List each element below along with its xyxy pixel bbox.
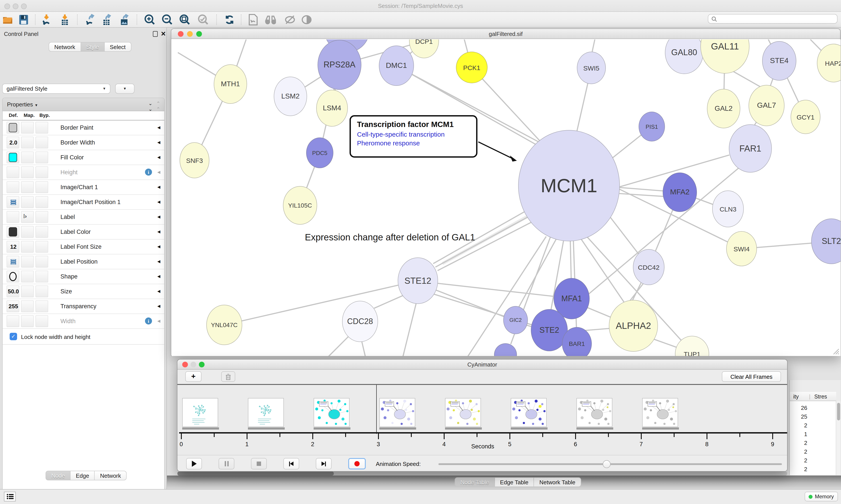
hide-details-icon[interactable]	[284, 14, 296, 26]
expand-all-icon[interactable]: ⌄⌄	[148, 101, 152, 112]
cyanimator-titlebar[interactable]: CyAnimator	[177, 360, 787, 370]
table-hscrollbar[interactable]	[177, 472, 787, 475]
properties-header[interactable]: Properties ▼ ⌄⌄ ⌃⌃	[3, 98, 164, 111]
property-row-width[interactable]: Widthi◀	[3, 314, 164, 329]
table-cell[interactable]: 26	[790, 404, 807, 411]
table-cell[interactable]: 2	[790, 439, 807, 446]
keyframe-thumbnail-5[interactable]	[511, 398, 547, 427]
style-options-button[interactable]: ▼	[115, 84, 135, 94]
keyframe-thumbnail-6[interactable]	[576, 398, 612, 427]
network-node-HAP2[interactable]: HAP2	[817, 44, 841, 82]
network-node-TUP1[interactable]: TUP1	[675, 336, 709, 356]
skip-end-button[interactable]	[316, 458, 332, 469]
play-button[interactable]	[186, 458, 202, 469]
timeline-playhead[interactable]	[376, 385, 377, 434]
network-node-SNF3[interactable]: SNF3	[180, 142, 209, 178]
network-node-STE12[interactable]: STE12	[398, 257, 438, 304]
clear-all-frames-button[interactable]: Clear All Frames	[722, 371, 781, 382]
network-node-YIL105C[interactable]: YIL105C	[283, 186, 317, 224]
tab-style[interactable]: Style	[80, 42, 104, 52]
tab-network[interactable]: Network	[49, 42, 80, 52]
network-node-SWI4[interactable]: SWI4	[726, 231, 757, 266]
property-row-label-color[interactable]: Label Color◀	[3, 224, 164, 239]
network-node-MFA2[interactable]: MFA2	[663, 173, 697, 212]
task-history-button[interactable]	[4, 492, 16, 501]
property-row-border-width[interactable]: 2.0Border Width◀	[3, 135, 164, 150]
table-cell[interactable]: 25	[790, 413, 807, 420]
network-node-GAL80[interactable]: GAL80	[665, 39, 703, 74]
network-node-MTH1[interactable]: MTH1	[214, 65, 247, 104]
property-row-fill-color[interactable]: Fill Color◀	[3, 150, 164, 165]
save-session-icon[interactable]	[18, 14, 30, 26]
tab-network[interactable]: Network	[94, 471, 127, 480]
property-row-border-paint[interactable]: Border Paint◀	[3, 121, 164, 135]
property-row-size[interactable]: 50.0Size◀	[3, 284, 164, 299]
import-table-icon[interactable]	[59, 14, 71, 26]
resize-grip-icon[interactable]	[832, 348, 839, 355]
network-node-partial[interactable]	[494, 343, 517, 356]
table-cell[interactable]: 2	[790, 457, 807, 464]
network-node-GCY1[interactable]: GCY1	[791, 100, 820, 134]
pause-button[interactable]	[219, 458, 234, 469]
collapse-all-icon[interactable]: ⌃⌃	[156, 101, 160, 112]
network-node-GAL11[interactable]: GAL11	[700, 39, 749, 74]
network-node-LSM4[interactable]: LSM4	[316, 90, 348, 127]
tab-node[interactable]: Node	[46, 471, 70, 480]
zoom-out-icon[interactable]	[161, 14, 174, 26]
network-node-LSM2[interactable]: LSM2	[274, 77, 307, 116]
network-file-icon[interactable]	[247, 14, 259, 26]
refresh-icon[interactable]	[223, 14, 236, 26]
network-node-CDC42[interactable]: CDC42	[633, 249, 664, 285]
export-network-icon[interactable]	[84, 14, 96, 26]
network-node-YNL047C[interactable]: YNL047C	[206, 305, 242, 345]
network-node-SWI5[interactable]: SWI5	[577, 52, 606, 84]
network-node-CLN3[interactable]: CLN3	[712, 191, 744, 227]
import-network-icon[interactable]	[40, 14, 53, 26]
property-row-image-chart-1[interactable]: Image/Chart 1◀	[3, 180, 164, 195]
stop-button[interactable]	[251, 458, 267, 469]
color-swatch[interactable]	[9, 123, 17, 132]
cyanimator-timeline[interactable]: 0123456789 Seconds	[177, 385, 787, 455]
style-selector[interactable]: galFiltered Style ▼	[2, 84, 110, 94]
keyframe-thumbnail-1[interactable]	[248, 398, 284, 427]
color-swatch[interactable]	[9, 227, 17, 236]
export-table-icon[interactable]	[101, 14, 113, 26]
network-node-GIC2[interactable]: GIC2	[503, 306, 528, 334]
tab-edge-table[interactable]: Edge Table	[494, 477, 534, 487]
add-frame-button[interactable]: +	[185, 371, 201, 382]
property-row-image-chart-position-1[interactable]: Image/Chart Position 1◀	[3, 195, 164, 210]
export-image-icon[interactable]	[118, 14, 130, 26]
property-row-height[interactable]: Heighti◀	[3, 165, 164, 180]
table-vscrollbar[interactable]	[836, 401, 841, 475]
close-panel-icon[interactable]: ✕	[161, 30, 166, 37]
show-details-icon[interactable]	[301, 14, 313, 26]
keyframe-thumbnail-0[interactable]	[182, 398, 218, 427]
network-node-FAR1[interactable]: FAR1	[729, 124, 772, 173]
skip-start-button[interactable]	[283, 458, 299, 469]
search-field[interactable]	[708, 14, 838, 24]
open-session-icon[interactable]	[2, 14, 14, 26]
table-cell[interactable]: 2	[790, 422, 807, 429]
network-window-titlebar[interactable]: galFiltered.sif	[171, 29, 840, 39]
hscrollbar-thumb[interactable]	[177, 472, 334, 475]
tab-select[interactable]: Select	[104, 42, 131, 52]
keyframe-thumbnail-4[interactable]	[445, 398, 481, 427]
delete-frame-button[interactable]	[221, 371, 235, 382]
zoom-fit-icon[interactable]	[179, 14, 191, 26]
keyframe-thumbnail-7[interactable]	[642, 398, 678, 427]
network-node-ALPHA2[interactable]: ALPHA2	[609, 300, 658, 352]
tab-node-table[interactable]: Node Table	[455, 477, 494, 487]
search-input[interactable]	[719, 15, 837, 22]
slider-thumb[interactable]	[603, 460, 611, 468]
search-binoculars-icon[interactable]	[264, 14, 276, 26]
zoom-in-icon[interactable]	[144, 14, 156, 26]
network-node-MCM1[interactable]: MCM1	[518, 130, 620, 241]
keyframe-thumbnail-2[interactable]	[314, 398, 350, 427]
table-cell[interactable]: 2	[790, 466, 807, 472]
network-node-DMC1[interactable]: DMC1	[379, 46, 414, 86]
network-node-PCK1[interactable]: PCK1	[456, 52, 487, 83]
network-node-GAL2[interactable]: GAL2	[707, 89, 740, 128]
property-row-label[interactable]: ⁞›Label◀	[3, 210, 164, 224]
property-row-shape[interactable]: Shape◀	[3, 269, 164, 284]
float-panel-icon[interactable]	[153, 31, 158, 37]
